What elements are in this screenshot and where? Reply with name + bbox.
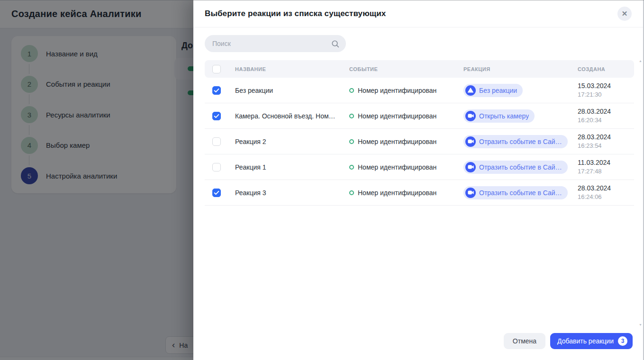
- created-time: 16:20:34: [578, 116, 634, 125]
- reaction-badge[interactable]: Отразить событие в Сай…: [463, 186, 568, 199]
- scroll-down-icon[interactable]: ▼: [639, 323, 642, 326]
- event-name: Номер идентифицирован: [358, 112, 436, 120]
- row-checkbox[interactable]: [212, 137, 221, 146]
- reaction-name: Реакция 1: [235, 163, 266, 171]
- event-status-icon: [349, 139, 354, 144]
- column-header-1: НАЗВАНИЕ: [230, 66, 345, 72]
- selected-count-badge: 3: [618, 336, 627, 346]
- reaction-label: Отразить событие в Сай…: [479, 189, 562, 197]
- search-icon[interactable]: [331, 39, 340, 48]
- video-camera-icon: [465, 111, 476, 121]
- row-checkbox[interactable]: [212, 163, 221, 171]
- reaction-label: Открыть камеру: [479, 112, 529, 120]
- alert-triangle-icon: [465, 85, 476, 96]
- event-name: Номер идентифицирован: [358, 138, 436, 145]
- created-time: 17:21:30: [578, 90, 634, 99]
- modal-footer: Отмена Добавить реакции 3: [193, 329, 644, 360]
- created-date: 11.03.2024: [578, 158, 634, 167]
- event-name: Номер идентифицирован: [358, 189, 436, 197]
- modal-body: НАЗВАНИЕСОБЫТИЕРЕАКЦИЯСОЗДАНА Без реакци…: [193, 27, 644, 329]
- column-header-4: СОЗДАНА: [573, 66, 634, 72]
- reaction-badge[interactable]: Отразить событие в Сай…: [463, 135, 568, 148]
- table-row[interactable]: Реакция 3Номер идентифицированОтразить с…: [205, 180, 634, 206]
- reaction-badge[interactable]: Отразить событие в Сай…: [463, 161, 568, 174]
- column-header-3: РЕАКЦИЯ: [459, 66, 573, 72]
- table-body: Без реакцииНомер идентифицированБез реак…: [205, 78, 634, 206]
- video-camera-icon: [465, 136, 476, 147]
- table-row[interactable]: Камера. Основной въезд. Ном…Номер иденти…: [205, 103, 634, 129]
- created-time: 16:24:06: [578, 193, 634, 201]
- search-input[interactable]: [212, 40, 331, 47]
- event-status-icon: [349, 114, 354, 118]
- created-time: 17:27:48: [578, 167, 634, 176]
- table-row[interactable]: Реакция 1Номер идентифицированОтразить с…: [205, 154, 634, 180]
- reaction-label: Отразить событие в Сай…: [479, 163, 562, 171]
- column-header-2: СОБЫТИЕ: [345, 66, 459, 72]
- add-reactions-label: Добавить реакции: [557, 337, 614, 345]
- add-reactions-button[interactable]: Добавить реакции 3: [550, 333, 633, 349]
- window-edge: [0, 0, 644, 0]
- event-status-icon: [349, 88, 354, 93]
- created-time: 16:23:54: [578, 142, 634, 150]
- search-field: [205, 35, 346, 52]
- reaction-name: Реакция 2: [235, 138, 266, 145]
- table-header-row: НАЗВАНИЕСОБЫТИЕРЕАКЦИЯСОЗДАНА: [205, 60, 634, 78]
- close-button[interactable]: ✕: [617, 7, 632, 21]
- reaction-name: Камера. Основной въезд. Ном…: [235, 112, 336, 120]
- reactions-table: НАЗВАНИЕСОБЫТИЕРЕАКЦИЯСОЗДАНА Без реакци…: [205, 60, 634, 206]
- reaction-name: Без реакции: [235, 87, 273, 94]
- select-reactions-modal: Выберите реакции из списка существующих …: [193, 0, 644, 360]
- event-name: Номер идентифицирован: [358, 163, 436, 171]
- created-date: 15.03.2024: [578, 81, 634, 90]
- event-status-icon: [349, 190, 354, 195]
- reaction-label: Отразить событие в Сай…: [479, 138, 562, 145]
- reaction-label: Без реакции: [479, 87, 517, 94]
- reaction-badge[interactable]: Без реакции: [463, 84, 523, 97]
- event-name: Номер идентифицирован: [358, 87, 436, 94]
- table-row[interactable]: Реакция 2Номер идентифицированОтразить с…: [205, 129, 634, 154]
- select-all-checkbox[interactable]: [212, 65, 221, 73]
- modal-title: Выберите реакции из списка существующих: [205, 9, 386, 18]
- created-date: 28.03.2024: [578, 184, 634, 193]
- reaction-name: Реакция 3: [235, 189, 266, 197]
- created-date: 28.03.2024: [578, 133, 634, 142]
- table-row[interactable]: Без реакцииНомер идентифицированБез реак…: [205, 78, 634, 103]
- scroll-up-icon[interactable]: ▲: [639, 59, 642, 63]
- row-checkbox[interactable]: [212, 86, 221, 95]
- modal-overlay[interactable]: [0, 0, 193, 360]
- video-camera-icon: [465, 188, 476, 198]
- created-date: 28.03.2024: [578, 107, 634, 116]
- close-icon: ✕: [622, 9, 628, 18]
- row-checkbox[interactable]: [212, 112, 221, 120]
- reaction-badge[interactable]: Открыть камеру: [463, 109, 535, 123]
- row-checkbox[interactable]: [212, 189, 221, 197]
- cancel-button[interactable]: Отмена: [504, 333, 545, 349]
- modal-header: Выберите реакции из списка существующих …: [193, 0, 644, 27]
- event-status-icon: [349, 165, 354, 170]
- video-camera-icon: [465, 162, 476, 172]
